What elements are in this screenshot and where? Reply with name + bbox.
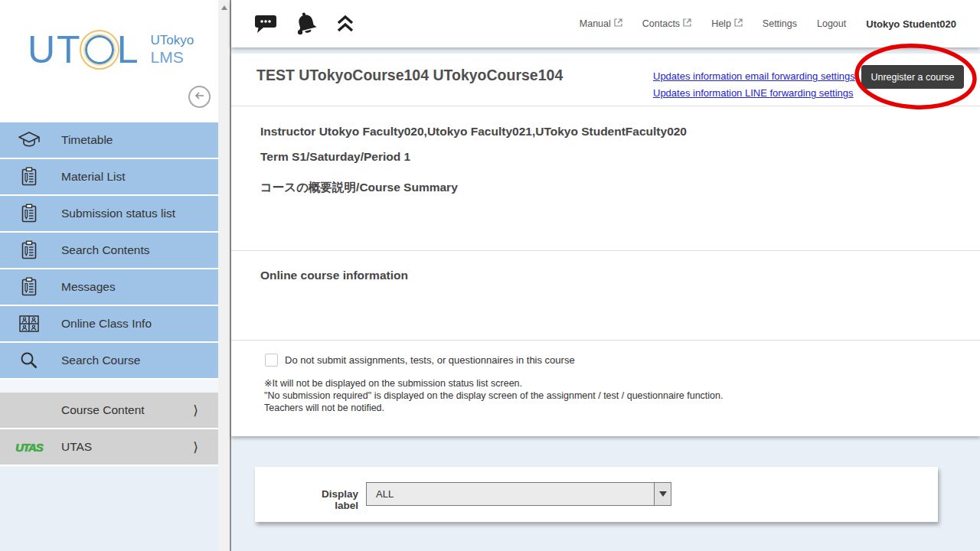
scrollbar-up-arrow-icon[interactable] — [221, 5, 227, 10]
clipboard-icon — [14, 277, 44, 297]
notifications-bell-icon[interactable] — [291, 8, 322, 41]
note-line: Teachers will not be notified. — [264, 402, 723, 414]
sidebar-item-label: Material List — [61, 170, 126, 184]
sidebar-item-submission-status-list[interactable]: Submission status list — [0, 196, 218, 233]
external-link-icon — [614, 18, 622, 29]
top-header-bar: Manual Contacts Help Settings Logout Uto… — [231, 0, 980, 47]
online-course-info-heading: Online course information — [260, 269, 408, 282]
sidebar-item-utas[interactable]: UTAS UTAS ⟩ — [0, 429, 218, 466]
logo-subtitle: UTokyo LMS — [150, 33, 194, 67]
header-links: Manual Contacts Help Settings Logout Uto… — [580, 0, 956, 47]
sidebar-item-messages[interactable]: Messages — [0, 269, 218, 306]
collapse-up-icon[interactable] — [334, 13, 357, 37]
course-summary-line: コースの概要説明/Course Summary — [260, 180, 458, 196]
sidebar: UT L UTokyo LMS Timetable Material List — [0, 0, 218, 551]
logo-ring-o-icon — [85, 35, 114, 64]
clipboard-icon — [14, 240, 44, 260]
note-line: ※It will not be displayed on the submiss… — [264, 377, 723, 390]
email-forwarding-settings-link[interactable]: Updates information email forwarding set… — [653, 68, 855, 85]
display-label-selected-value: ALL — [376, 488, 394, 500]
sidebar-item-label: Search Course — [61, 354, 140, 367]
chevron-right-icon: ⟩ — [193, 439, 198, 455]
people-grid-icon — [14, 315, 44, 332]
sidebar-section-divider — [0, 380, 218, 393]
sidebar-item-material-list[interactable]: Material List — [0, 159, 218, 196]
sidebar-item-search-course[interactable]: Search Course — [0, 343, 218, 380]
utol-logo[interactable]: UT L UTokyo LMS — [28, 31, 194, 69]
magnifier-icon — [14, 350, 44, 370]
clipboard-icon — [14, 204, 44, 223]
dropdown-arrow-icon[interactable] — [654, 483, 671, 505]
chat-icon[interactable] — [253, 12, 279, 38]
display-label-card: Display label ALL — [255, 467, 938, 522]
sidebar-collapse-button[interactable] — [188, 86, 211, 108]
online-course-info-section: Online course information — [231, 251, 980, 341]
course-content-card: TEST UTokyoCourse104 UTokyoCourse104 Upd… — [231, 54, 980, 436]
no-submission-checkbox[interactable] — [265, 354, 278, 367]
course-header: TEST UTokyoCourse104 UTokyoCourse104 Upd… — [231, 54, 980, 106]
sidebar-item-timetable[interactable]: Timetable — [0, 122, 218, 159]
sidebar-item-label: Submission status list — [61, 207, 175, 220]
no-submission-checkbox-label: Do not submit assignments, tests, or que… — [285, 354, 575, 366]
course-title: TEST UTokyoCourse104 UTokyoCourse104 — [256, 67, 563, 84]
back-arrow-icon — [194, 90, 206, 105]
unregister-course-button[interactable]: Unregister a course — [861, 65, 964, 89]
help-link[interactable]: Help — [711, 18, 743, 29]
line-forwarding-settings-link[interactable]: Updates information LINE forwarding sett… — [653, 85, 855, 102]
display-label-select[interactable]: ALL — [366, 482, 671, 506]
chevron-right-icon: ⟩ — [193, 403, 198, 419]
sidebar-logo-area: UT L UTokyo LMS — [0, 0, 218, 122]
course-info-section: Instructor Utokyo Faculty020,Utokyo Facu… — [231, 106, 980, 251]
sidebar-nav: Timetable Material List Submission statu… — [0, 122, 218, 466]
current-username: Utokyo Student020 — [866, 18, 956, 30]
instructor-line: Instructor Utokyo Faculty020,Utokyo Facu… — [260, 125, 687, 139]
submission-option-section: Do not submit assignments, tests, or que… — [231, 341, 980, 435]
logo-text-left: UT — [28, 31, 82, 69]
display-label-caption: Display label — [299, 488, 358, 511]
sidebar-item-label: Messages — [61, 280, 116, 294]
sidebar-item-label: Course Content — [61, 403, 145, 417]
clipboard-icon — [14, 167, 44, 187]
main-area: Manual Contacts Help Settings Logout Uto… — [231, 0, 980, 551]
sidebar-scrollbar[interactable] — [218, 0, 231, 551]
logo-text-right: L — [117, 31, 140, 69]
sidebar-item-label: Search Contents — [61, 243, 149, 257]
term-line: Term S1/Saturday/Period 1 — [260, 150, 410, 164]
manual-link[interactable]: Manual — [580, 18, 622, 29]
contacts-link[interactable]: Contacts — [642, 18, 691, 29]
note-line: "No submission required" is displayed on… — [264, 390, 723, 402]
utas-logo-icon: UTAS — [14, 441, 44, 454]
sidebar-item-course-content[interactable]: Course Content ⟩ — [0, 393, 218, 429]
sidebar-item-label: UTAS — [61, 440, 92, 454]
sidebar-item-search-contents[interactable]: Search Contents — [0, 233, 218, 269]
forwarding-links: Updates information email forwarding set… — [653, 68, 855, 102]
graduation-cap-icon — [14, 131, 44, 149]
sidebar-item-label: Timetable — [61, 133, 113, 147]
external-link-icon — [683, 18, 691, 29]
header-icon-group — [253, 8, 357, 41]
logout-link[interactable]: Logout — [817, 18, 846, 29]
sidebar-item-online-class-info[interactable]: Online Class Info — [0, 306, 218, 343]
submission-option-notes: ※It will not be displayed on the submiss… — [264, 377, 723, 414]
external-link-icon — [734, 18, 743, 29]
settings-link[interactable]: Settings — [763, 18, 797, 29]
sidebar-item-label: Online Class Info — [61, 317, 152, 331]
